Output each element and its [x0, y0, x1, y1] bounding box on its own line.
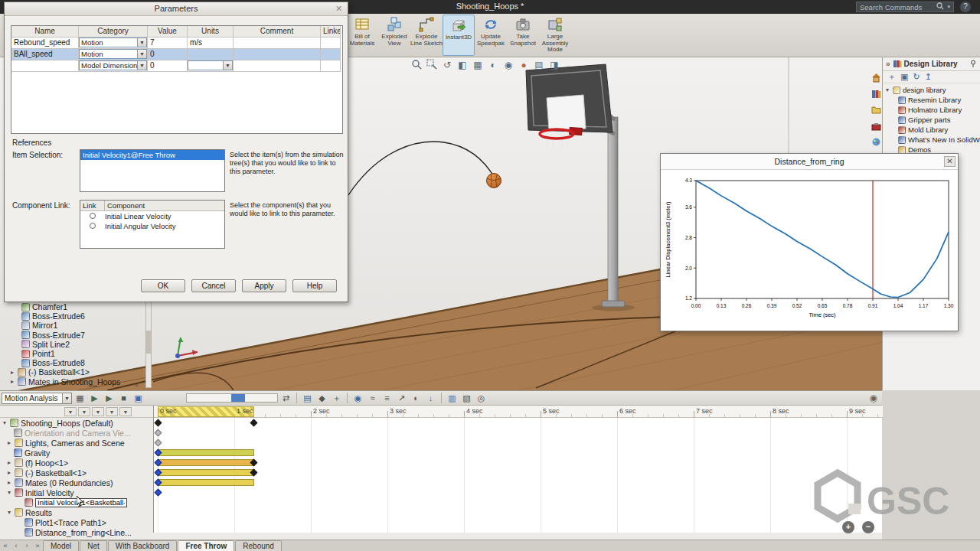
search-icon[interactable] — [936, 2, 944, 11]
appearances-tab[interactable] — [871, 137, 881, 148]
zoom-fit-icon[interactable] — [410, 59, 423, 71]
feature-boss-extrude7[interactable]: Boss-Extrude7 — [3, 331, 149, 340]
expand-icon[interactable]: ▸ — [8, 439, 15, 446]
design-library-tab[interactable] — [871, 89, 881, 100]
gravity-timeline-bar[interactable] — [158, 449, 254, 456]
display-style-icon[interactable]: ◐ — [487, 59, 499, 71]
feature-tree-scrollbar[interactable] — [145, 299, 152, 388]
selected-item[interactable]: Initial Velocity1@Free Throw — [80, 150, 224, 160]
collapse-motion-manager-icon[interactable]: ◉ — [870, 393, 877, 403]
apply-button[interactable]: Apply — [242, 279, 286, 292]
plot-window-title-bar[interactable]: Distance_from_ring ✕ — [661, 154, 958, 170]
name-cell[interactable] — [11, 60, 79, 72]
library-root[interactable]: ▾design library — [886, 85, 980, 95]
section-view-icon[interactable]: ◧ — [456, 59, 469, 71]
basketball[interactable] — [487, 174, 501, 188]
expand-icon[interactable]: ▸ — [11, 369, 18, 376]
ok-button[interactable]: OK — [141, 279, 185, 292]
filter-selected-icon[interactable]: ▼ — [92, 407, 104, 416]
comment-cell[interactable] — [234, 37, 321, 49]
animation-wizard-icon[interactable]: ▤ — [301, 392, 314, 404]
units-cell[interactable]: m/s — [188, 37, 234, 49]
expand-icon[interactable]: ▸ — [8, 479, 15, 486]
previous-view-icon[interactable]: ↺ — [441, 59, 453, 71]
value-cell[interactable]: 7 — [148, 37, 188, 49]
linked-cell[interactable] — [321, 37, 341, 49]
feature-tree-collapse-icon[interactable]: « — [135, 381, 139, 389]
expand-icon[interactable]: ▸ — [8, 469, 15, 476]
feature-split-line2[interactable]: Split Line2 — [3, 340, 149, 349]
key-point[interactable] — [155, 429, 162, 437]
feature-mirror1[interactable]: Mirror1 — [3, 321, 149, 330]
category-cell[interactable]: Model Dimension▼ — [79, 60, 148, 72]
library-holmatro[interactable]: Holmatro Library — [886, 105, 980, 115]
key-point[interactable] — [155, 489, 162, 497]
mates-timeline-bar[interactable] — [158, 479, 254, 486]
refresh-icon[interactable]: ↻ — [913, 72, 920, 82]
expand-icon[interactable]: ▾ — [886, 86, 893, 93]
calculate-icon[interactable]: ▦ — [74, 392, 87, 404]
linked-cell[interactable] — [321, 60, 341, 72]
hoop-pole[interactable] — [608, 117, 618, 305]
up-one-level-icon[interactable]: ↥ — [925, 72, 932, 82]
chevron-right-icon[interactable]: » — [886, 60, 890, 68]
scrollbar-thumb[interactable] — [146, 331, 151, 354]
edit-appearance-icon[interactable]: ● — [518, 59, 530, 71]
dialog-title-bar[interactable]: Parameters ✕ — [5, 2, 348, 16]
comment-cell[interactable] — [234, 49, 321, 60]
motion-results-folder[interactable]: ▾Results — [0, 507, 153, 517]
value-cell[interactable]: 0 — [148, 60, 188, 72]
feature-point1[interactable]: Point1 — [3, 349, 149, 358]
filter-driving-icon[interactable]: ▼ — [78, 407, 90, 416]
motion-assembly-root[interactable]: ▾Shooting_Hoops (Default) — [0, 418, 153, 428]
table-row[interactable]: Model Dimension▼ 0 ▼ — [11, 60, 342, 72]
add-to-library-icon[interactable]: ＋ — [887, 71, 896, 83]
timebar-zoom-strip[interactable] — [186, 393, 278, 403]
motion-gravity[interactable]: Gravity — [0, 448, 153, 458]
category-cell[interactable]: Motion▼ — [79, 37, 148, 49]
search-dropdown-icon[interactable]: ▾ — [947, 4, 950, 10]
basketball-timeline-bar[interactable] — [158, 469, 254, 476]
take-snapshot-button[interactable]: Take Snapshot — [507, 15, 539, 56]
table-row[interactable]: Rebound_speed Motion▼ 7 m/s — [11, 37, 342, 49]
category-dropdown[interactable]: Model Dimension▼ — [79, 60, 147, 70]
contact-icon[interactable]: ◐ — [410, 392, 423, 404]
feature-mates-folder[interactable]: ▸Mates in Shooting_Hoops — [3, 377, 149, 386]
instant3d-button[interactable]: Instant3D — [443, 15, 475, 56]
expand-icon[interactable]: ▾ — [8, 509, 15, 516]
expand-icon[interactable]: ▾ — [3, 419, 10, 426]
category-dropdown[interactable]: Motion▼ — [79, 37, 147, 47]
radio-button[interactable] — [90, 213, 96, 219]
add-key-icon[interactable]: ＋ — [330, 392, 343, 404]
play-icon[interactable]: ▶ — [103, 392, 116, 404]
motion-study-properties-icon[interactable]: ▧ — [460, 392, 473, 404]
bill-of-materials-button[interactable]: Bill of Materials — [346, 15, 378, 56]
gravity-icon[interactable]: ↓ — [424, 392, 437, 404]
pole-base[interactable] — [602, 301, 625, 307]
item-selection-list[interactable]: Initial Velocity1@Free Throw — [80, 149, 225, 192]
units-dropdown[interactable]: ▼ — [188, 60, 233, 70]
close-icon[interactable]: ✕ — [944, 156, 956, 167]
motion-lights-scene[interactable]: ▸Lights, Cameras and Scene — [0, 438, 153, 448]
zoom-area-icon[interactable] — [426, 59, 438, 71]
force-icon[interactable]: ↗ — [395, 392, 408, 404]
hide-show-items-icon[interactable]: ◉ — [502, 59, 514, 71]
view-settings-icon[interactable]: ◨ — [548, 59, 560, 71]
chevron-down-icon[interactable]: ▼ — [137, 61, 146, 70]
motion-timeline[interactable]: 0 sec 1 sec 2 sec 3 sec 4 sec 5 sec 6 se… — [153, 406, 882, 533]
chevron-down-icon[interactable]: ▼ — [223, 61, 232, 70]
comment-cell[interactable] — [234, 60, 321, 72]
results-and-plots-icon[interactable]: ▥ — [446, 392, 459, 404]
expand-icon[interactable]: ▾ — [8, 489, 15, 496]
help-icon[interactable]: ? — [960, 2, 971, 12]
category-cell[interactable]: Motion▼ — [79, 49, 148, 60]
plot-window[interactable]: Distance_from_ring ✕ 0.000.130.260.390.5… — [660, 153, 959, 331]
auto-key-icon[interactable]: ◆ — [315, 392, 328, 404]
motion-hoop-component[interactable]: ▸(f) Hoop<1> — [0, 458, 153, 468]
chevron-down-icon[interactable]: ▼ — [137, 50, 146, 58]
tab-with-backboard[interactable]: With Backboard — [108, 540, 178, 551]
timebar-zoom-thumb[interactable] — [231, 394, 245, 402]
library-mold[interactable]: Mold Library — [886, 125, 980, 135]
search-commands-input[interactable]: Search Commands ▾ — [856, 2, 954, 12]
large-assembly-mode-button[interactable]: Large Assembly Mode — [539, 15, 571, 56]
